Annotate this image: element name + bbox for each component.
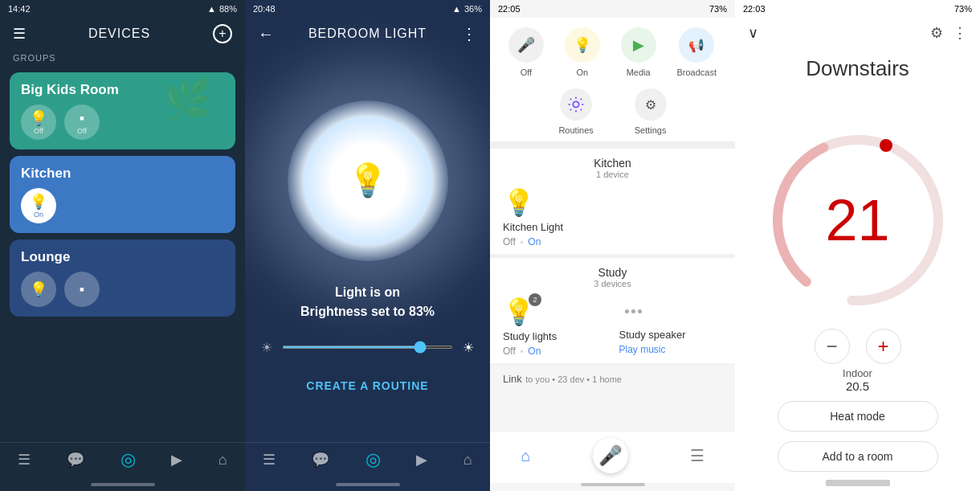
room-card-lounge[interactable]: Lounge 💡 ▪ <box>10 239 235 317</box>
action-off-label: Off <box>521 68 532 77</box>
panel4-title: Downstairs <box>806 56 909 128</box>
nav-mic-fab[interactable]: 🎤 <box>593 438 628 473</box>
room-name-lounge: Lounge <box>21 249 224 265</box>
divider-1 <box>490 142 735 149</box>
temperature-display: 21 <box>825 191 889 249</box>
kitchen-off-btn[interactable]: Off <box>503 236 516 248</box>
light-status-text: Light is <box>335 285 384 299</box>
study-lights-icon-area: 💡 2 <box>503 297 535 327</box>
battery-2: 36% <box>464 4 482 14</box>
chevron-down-icon[interactable]: ∨ <box>748 24 758 42</box>
svg-point-0 <box>573 101 578 107</box>
light-circle[interactable]: 💡 <box>288 100 448 261</box>
action-off[interactable]: 🎤 Off <box>508 27 544 77</box>
bottom-nav-1: ☰ 💬 ◎ ▶ ⌂ <box>0 442 245 483</box>
study-dot: • <box>521 347 524 356</box>
study-lights-on-btn[interactable]: On <box>528 346 541 357</box>
room-devices-kitchen: 💡 On <box>21 188 224 223</box>
routines-action[interactable]: Routines <box>558 88 593 135</box>
wifi-icon-2: ▲ <box>452 4 461 14</box>
nav-house-icon-2[interactable]: ⌂ <box>463 452 472 468</box>
nav-menu-icon-2[interactable]: ☰ <box>263 451 276 468</box>
thermostat-ring: 21 <box>766 128 950 313</box>
device-btn-light-off[interactable]: 💡 Off <box>21 104 56 140</box>
kitchen-light-item: 💡 Kitchen Light Off • On <box>503 187 722 248</box>
nav-list-icon-3[interactable]: ☰ <box>690 446 704 465</box>
room-devices-lounge: 💡 ▪ <box>21 272 224 307</box>
action-on-label: On <box>576 68 588 77</box>
nav-chat-icon-2[interactable]: 💬 <box>312 451 329 468</box>
room-bg-tree: 🌿 <box>163 76 227 133</box>
study-speaker-controls: Play music <box>619 344 666 355</box>
nav-menu-icon[interactable]: ☰ <box>18 451 31 468</box>
action-media-icon: ▶ <box>621 27 656 63</box>
home-bar-3 <box>581 483 645 486</box>
device-btn-switch-off[interactable]: ▪ Off <box>64 104 100 140</box>
light-status: Light is on <box>335 285 400 300</box>
panel-thermostat: 22:03 73% ∨ ⚙ ⋮ Downstairs 21 − + <box>735 0 980 491</box>
add-icon[interactable]: + <box>213 24 232 43</box>
device-label-off1: Off <box>34 127 43 135</box>
status-bar-3: 22:05 73% <box>490 0 735 18</box>
brightness-slider: ☀ ☀ <box>261 340 474 355</box>
home-bar-1 <box>91 483 155 486</box>
room-card-big-kids[interactable]: Big Kids Room 💡 Off ▪ Off 🌿 <box>10 72 235 149</box>
linked-section: Link to you • 23 dev • 1 home <box>490 364 735 392</box>
brightness-range-input[interactable] <box>282 346 453 349</box>
device-label-off2: Off <box>77 127 87 135</box>
device-btn-lounge-light[interactable]: 💡 <box>21 272 56 307</box>
more-icon-4[interactable]: ⋮ <box>953 24 967 42</box>
indoor-temp-display: 20.5 <box>846 379 869 393</box>
add-to-room-button[interactable]: Add to a room <box>778 441 938 472</box>
panel-google-home: 22:05 73% 🎤 Off 💡 On ▶ Media 📢 Broadcast <box>490 0 735 491</box>
action-broadcast[interactable]: 📢 Broadcast <box>677 27 717 77</box>
quick-actions: 🎤 Off 💡 On ▶ Media 📢 Broadcast <box>490 18 735 82</box>
nav-chat-icon[interactable]: 💬 <box>67 451 84 468</box>
thermostat-controls: − + <box>815 329 901 364</box>
increase-temp-button[interactable]: + <box>866 329 901 364</box>
nav-play-icon-2[interactable]: ▶ <box>416 451 427 468</box>
back-icon[interactable]: ← <box>258 25 274 43</box>
action-on[interactable]: 💡 On <box>565 27 600 77</box>
lounge-bulb-icon: 💡 <box>30 280 47 298</box>
nav-home-icon-2[interactable]: ◎ <box>365 449 381 470</box>
kitchen-toggle: Off • On <box>503 236 541 248</box>
home-bar-4 <box>826 480 890 486</box>
action-broadcast-label: Broadcast <box>677 68 717 77</box>
play-music-btn[interactable]: Play music <box>619 344 666 355</box>
study-lights-off-btn[interactable]: Off <box>503 346 516 357</box>
heat-mode-button[interactable]: Heat mode <box>778 401 938 432</box>
kitchen-on-btn[interactable]: On <box>528 236 541 248</box>
menu-icon[interactable]: ☰ <box>13 25 26 43</box>
light-on-text: on <box>384 285 400 299</box>
study-count-badge: 2 <box>529 293 541 306</box>
time-1: 14:42 <box>8 4 31 14</box>
action-media[interactable]: ▶ Media <box>621 27 656 77</box>
nav-home-icon[interactable]: ◎ <box>120 449 136 470</box>
action-on-icon: 💡 <box>565 27 600 63</box>
kitchen-section: Kitchen 1 device 💡 Kitchen Light Off • O… <box>490 149 735 254</box>
device-btn-kitchen-light[interactable]: 💡 On <box>21 188 56 223</box>
room-card-kitchen[interactable]: Kitchen 💡 On <box>10 156 235 233</box>
settings-icon-4[interactable]: ⚙ <box>930 24 943 42</box>
home-bar-2 <box>336 483 400 486</box>
brightness-label: Brightness set to <box>300 305 406 318</box>
nav-play-icon[interactable]: ▶ <box>171 451 182 468</box>
settings-action[interactable]: ⚙ Settings <box>635 88 667 135</box>
nav-house-icon[interactable]: ⌂ <box>218 452 227 468</box>
wifi-icon: ▲ <box>207 4 216 14</box>
decrease-temp-button[interactable]: − <box>815 329 850 364</box>
nav-home-icon-3[interactable]: ⌂ <box>521 447 530 465</box>
bedroom-bulb-icon: 💡 <box>348 162 388 199</box>
create-routine-button[interactable]: CREATE A ROUTINE <box>306 379 428 392</box>
kitchen-count: 1 device <box>503 170 722 179</box>
study-name: Study <box>503 266 722 279</box>
speaker-dots <box>625 309 642 313</box>
more-icon[interactable]: ⋮ <box>461 24 477 43</box>
status-icons-4: 73% <box>954 4 972 14</box>
settings-label: Settings <box>635 125 667 135</box>
brightness-low-icon: ☀ <box>261 340 272 355</box>
device-btn-lounge-switch[interactable]: ▪ <box>64 272 100 307</box>
status-icons-2: ▲ 36% <box>452 4 482 14</box>
kitchen-devices: 💡 Kitchen Light Off • On <box>490 181 735 254</box>
